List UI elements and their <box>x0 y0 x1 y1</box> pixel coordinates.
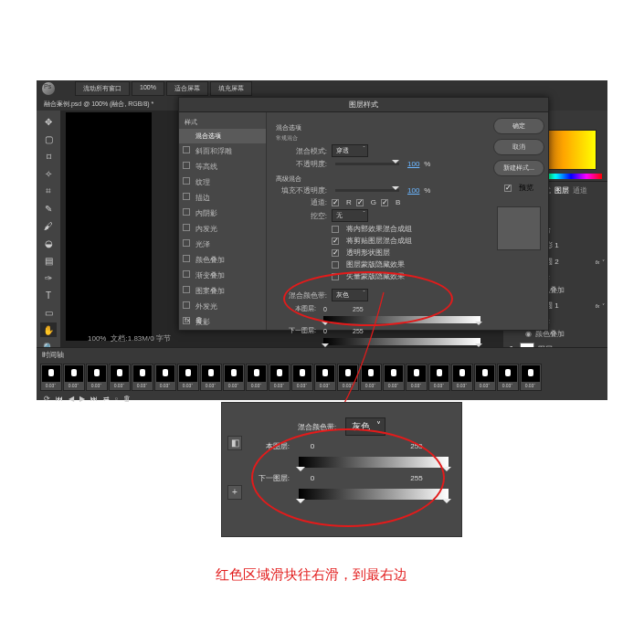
fill-label: 填充不透明度: <box>276 185 327 195</box>
channel-r-check[interactable] <box>332 199 339 206</box>
timeline-frame[interactable]: 0.03˅ <box>314 364 336 391</box>
timeline-frame[interactable]: 0.03˅ <box>200 364 222 391</box>
wand-tool-icon[interactable]: ✧ <box>40 166 57 181</box>
timeline-frame[interactable]: 0.03˅ <box>406 364 428 391</box>
next-frame-icon[interactable]: ⏭ <box>90 395 98 403</box>
white-slider-icon[interactable] <box>442 499 451 508</box>
timeline-frame[interactable]: 0.03˅ <box>520 364 542 391</box>
move-tool-icon[interactable]: ✥ <box>40 114 57 129</box>
brush-tool-icon[interactable]: 🖌 <box>40 218 57 233</box>
gradient-tool-icon[interactable]: ▤ <box>40 253 57 268</box>
dialog-buttons: 确定 取消 新建样式... 预览 <box>490 112 548 330</box>
marquee-tool-icon[interactable]: ▢ <box>40 132 57 146</box>
red-highlight-ellipse <box>283 271 453 326</box>
panel-add-icon[interactable]: + <box>227 485 242 500</box>
style-item[interactable]: 斜面和浮雕 <box>179 143 266 159</box>
timeline-frame[interactable]: 0.03˅ <box>40 364 62 391</box>
timeline-frame[interactable]: 0.03˅ <box>223 364 245 391</box>
crop-tool-icon[interactable]: ⌗ <box>40 184 57 198</box>
trash-icon[interactable]: 🗑 <box>195 316 203 324</box>
timeline-frame[interactable]: 0.03˅ <box>109 364 131 391</box>
pen-tool-icon[interactable]: ✑ <box>40 270 57 285</box>
style-item[interactable]: 渐变叠加 <box>179 268 266 283</box>
eyedropper-tool-icon[interactable]: ✎ <box>40 201 57 216</box>
lasso-tool-icon[interactable]: ⌑ <box>40 149 57 164</box>
style-item[interactable]: 外发光 <box>179 299 266 314</box>
header-tab[interactable]: 适合屏幕 <box>166 81 208 96</box>
check-c3[interactable] <box>332 249 339 257</box>
tab-layers[interactable]: 图层 <box>554 185 569 195</box>
first-frame-icon[interactable]: ⏮ <box>56 395 63 403</box>
section-head: 混合选项 <box>276 123 480 132</box>
style-item[interactable]: 内阴影 <box>179 206 266 221</box>
timeline-frame[interactable]: 0.03˅ <box>177 364 199 391</box>
shape-tool-icon[interactable]: ▭ <box>40 305 57 320</box>
fx-badge-icon[interactable]: fx ˅ <box>596 259 604 265</box>
header-tab[interactable]: 流动所有窗口 <box>75 81 130 96</box>
timeline-frame[interactable]: 0.03˅ <box>269 364 290 391</box>
cancel-button[interactable]: 取消 <box>493 139 544 155</box>
eraser-tool-icon[interactable]: ◒ <box>40 236 57 250</box>
timeline-frame[interactable]: 0.03˅ <box>246 364 268 391</box>
delete-frame-icon[interactable]: 🗑 <box>123 395 131 403</box>
new-frame-icon[interactable]: ▫ <box>115 395 118 403</box>
under-layer-label: 下一图层: <box>276 326 316 335</box>
opacity-slider[interactable] <box>335 163 399 165</box>
tab-channels[interactable]: 通道 <box>573 185 587 195</box>
knockout-label: 挖空: <box>276 211 327 221</box>
prev-frame-icon[interactable]: ◀ <box>69 395 74 403</box>
timeline-frame[interactable]: 0.03˅ <box>360 364 382 391</box>
hand-tool-icon[interactable]: ✋ <box>40 322 57 337</box>
timeline-frame[interactable]: 0.03˅ <box>474 364 496 391</box>
style-item-blending[interactable]: 混合选项 <box>179 129 266 143</box>
preview-check[interactable] <box>504 185 512 192</box>
section-head: 高级混合 <box>276 174 480 184</box>
timeline-frame[interactable]: 0.03˅ <box>86 364 108 391</box>
red-highlight-ellipse <box>251 428 445 527</box>
header-tab[interactable]: 100% <box>132 81 164 96</box>
under-layer-gradient[interactable] <box>323 338 480 345</box>
tween-icon[interactable]: ⇄ <box>103 395 110 403</box>
style-item[interactable]: 颜色叠加 <box>179 252 266 268</box>
timeline-frame[interactable]: 0.03˅ <box>451 364 473 391</box>
fill-value[interactable]: 100 <box>407 186 419 195</box>
style-item[interactable]: 图案叠加 <box>179 283 266 299</box>
timeline-frame[interactable]: 0.03˅ <box>154 364 176 391</box>
new-style-button[interactable]: 新建样式... <box>493 160 544 176</box>
timeline-tab[interactable]: 时间轴 <box>42 350 64 360</box>
opacity-value[interactable]: 100 <box>407 160 419 168</box>
timeline-frame[interactable]: 0.03˅ <box>428 364 450 391</box>
timeline-frame[interactable]: 0.03˅ <box>497 364 519 391</box>
ok-button[interactable]: 确定 <box>493 118 544 134</box>
check-c1[interactable] <box>332 226 339 233</box>
channel-g-check[interactable] <box>356 199 364 206</box>
fx-add-icon[interactable]: fx <box>185 316 190 324</box>
type-tool-icon[interactable]: T <box>40 288 57 302</box>
fx-badge-icon[interactable]: fx ˅ <box>596 302 604 309</box>
loop-icon[interactable]: ⟳ <box>44 395 50 403</box>
timeline-frame[interactable]: 0.03˅ <box>337 364 359 391</box>
channel-b-check[interactable] <box>381 199 388 206</box>
timeline-frame[interactable]: 0.03˅ <box>291 364 313 391</box>
timeline-panel: 时间轴 0.03˅0.03˅0.03˅0.03˅0.03˅0.03˅0.03˅0… <box>37 347 607 400</box>
check-c2[interactable] <box>332 238 339 245</box>
fill-slider[interactable] <box>335 189 399 192</box>
timeline-frame[interactable]: 0.03˅ <box>63 364 85 391</box>
style-item[interactable]: 内发光 <box>179 221 266 237</box>
style-item[interactable]: 描边 <box>179 190 266 206</box>
check-c4[interactable] <box>332 261 339 269</box>
status-bar: 100% 文档:1.83M/0 字节 <box>88 333 171 343</box>
white-slider-icon[interactable] <box>475 322 482 329</box>
knockout-select[interactable]: 无 <box>332 209 368 222</box>
play-icon[interactable]: ▶ <box>79 395 85 403</box>
style-item[interactable]: 纹理 <box>179 174 266 190</box>
style-item[interactable]: 光泽 <box>179 237 266 252</box>
timeline-frame[interactable]: 0.03˅ <box>132 364 153 391</box>
style-item[interactable]: 等高线 <box>179 159 266 174</box>
frame-strip[interactable]: 0.03˅0.03˅0.03˅0.03˅0.03˅0.03˅0.03˅0.03˅… <box>37 362 607 393</box>
blend-mode-select[interactable]: 穿透 <box>332 144 368 157</box>
timeline-frame[interactable]: 0.03˅ <box>383 364 405 391</box>
header-tab[interactable]: 填充屏幕 <box>210 81 252 96</box>
panel-btn-icon[interactable]: ◧ <box>227 436 242 450</box>
dialog-title: 图层样式 <box>179 98 548 112</box>
